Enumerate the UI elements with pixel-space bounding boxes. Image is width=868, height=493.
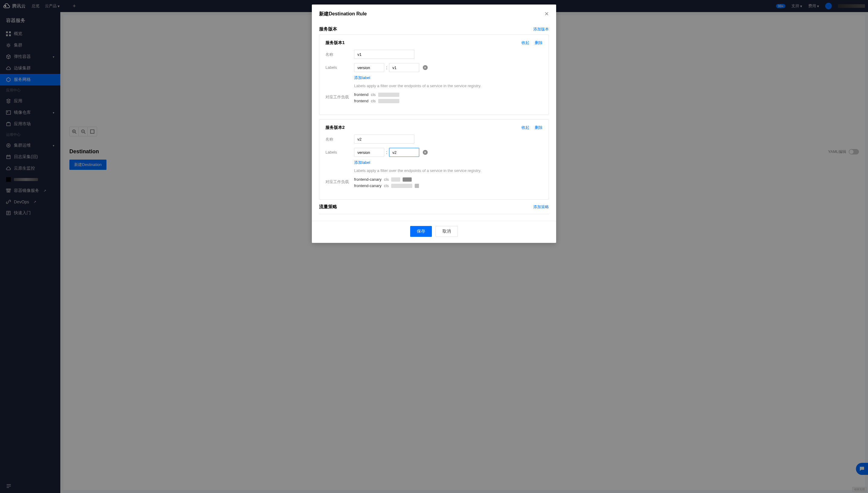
- version-card-2: 服务版本2 收起 删除 名称 Labels :: [319, 119, 549, 200]
- workload-masked: [391, 177, 400, 181]
- labels-row: Labels : ✕ 添加label Labels apply a filter…: [326, 63, 542, 88]
- workload-name: frontend: [354, 99, 369, 103]
- modal-header: 新建Destination Rule ✕: [312, 4, 556, 20]
- name-input[interactable]: [354, 50, 415, 59]
- save-button[interactable]: 保存: [410, 226, 432, 237]
- version-card-actions: 收起 删除: [521, 40, 542, 46]
- workload-item: frontend cls: [354, 92, 542, 97]
- name-label: 名称: [326, 50, 354, 57]
- service-version-section-header: 服务版本 添加版本: [319, 26, 549, 32]
- version-card-actions: 收起 删除: [521, 125, 542, 130]
- version-card-1: 服务版本1 收起 删除 名称 Labels :: [319, 35, 549, 115]
- traffic-policy-label: 流量策略: [319, 204, 337, 210]
- label-value-input[interactable]: [389, 63, 419, 72]
- version-card-header: 服务版本2 收起 删除: [326, 125, 542, 130]
- name-row: 名称: [326, 134, 542, 144]
- workload-cls: cls: [371, 99, 376, 103]
- label-pair: : ✕: [354, 148, 542, 157]
- traffic-policy-section-header: 流量策略 添加策略: [319, 204, 549, 210]
- workload-masked: [378, 93, 399, 97]
- version-card-title: 服务版本2: [326, 125, 345, 130]
- version-card-title: 服务版本1: [326, 40, 345, 46]
- new-destination-rule-modal: 新建Destination Rule ✕ 服务版本 添加版本 服务版本1 收起 …: [312, 4, 556, 243]
- colon-separator: :: [386, 150, 387, 155]
- workload-label: 对应工作负载: [326, 92, 354, 100]
- collapse-link[interactable]: 收起: [521, 40, 529, 46]
- label-value-input[interactable]: [389, 148, 419, 157]
- colon-separator: :: [386, 65, 387, 70]
- labels-hint: Labels apply a filter over the endpoints…: [354, 168, 542, 173]
- add-label-link[interactable]: 添加label: [354, 160, 370, 165]
- workload-cls: cls: [384, 184, 389, 188]
- workload-masked: [378, 99, 399, 103]
- version-card-header: 服务版本1 收起 删除: [326, 40, 542, 46]
- modal-body: 服务版本 添加版本 服务版本1 收起 删除 名称 Labels: [312, 20, 556, 221]
- delete-link[interactable]: 删除: [535, 40, 542, 46]
- workload-label: 对应工作负载: [326, 177, 354, 185]
- label-key-input[interactable]: [354, 148, 384, 157]
- name-label: 名称: [326, 134, 354, 142]
- close-icon[interactable]: ✕: [544, 10, 549, 17]
- modal-title: 新建Destination Rule: [319, 11, 367, 17]
- workload-name: frontend-canary: [354, 177, 381, 181]
- labels-row: Labels : ✕ 添加label Labels apply a filter…: [326, 148, 542, 173]
- workload-cls: cls: [371, 92, 376, 97]
- remove-label-icon[interactable]: ✕: [423, 150, 428, 155]
- add-version-link[interactable]: 添加版本: [533, 26, 549, 32]
- labels-label: Labels: [326, 148, 354, 154]
- labels-hint: Labels apply a filter over the endpoints…: [354, 84, 542, 88]
- delete-link[interactable]: 删除: [535, 125, 542, 130]
- divider: [319, 214, 549, 214]
- add-label-link[interactable]: 添加label: [354, 75, 370, 81]
- workload-item: frontend cls: [354, 99, 542, 103]
- workload-name: frontend-canary: [354, 184, 381, 188]
- service-version-label: 服务版本: [319, 26, 337, 32]
- name-input[interactable]: [354, 134, 415, 144]
- name-row: 名称: [326, 50, 542, 59]
- modal-footer: 保存 取消: [312, 221, 556, 243]
- workload-masked: [391, 184, 412, 188]
- workload-name: frontend: [354, 92, 369, 97]
- workload-item: frontend-canary cls: [354, 177, 542, 181]
- workload-masked: [403, 177, 412, 181]
- collapse-link[interactable]: 收起: [521, 125, 529, 130]
- add-policy-link[interactable]: 添加策略: [533, 204, 549, 210]
- workload-masked: [415, 184, 419, 188]
- label-pair: : ✕: [354, 63, 542, 72]
- labels-label: Labels: [326, 63, 354, 70]
- workload-cls: cls: [384, 177, 389, 181]
- workload-row: 对应工作负载 frontend cls frontend cls: [326, 92, 542, 105]
- remove-label-icon[interactable]: ✕: [423, 65, 428, 70]
- workload-item: frontend-canary cls: [354, 184, 542, 188]
- workload-row: 对应工作负载 frontend-canary cls frontend-cana…: [326, 177, 542, 190]
- label-key-input[interactable]: [354, 63, 384, 72]
- cancel-button[interactable]: 取消: [436, 226, 458, 237]
